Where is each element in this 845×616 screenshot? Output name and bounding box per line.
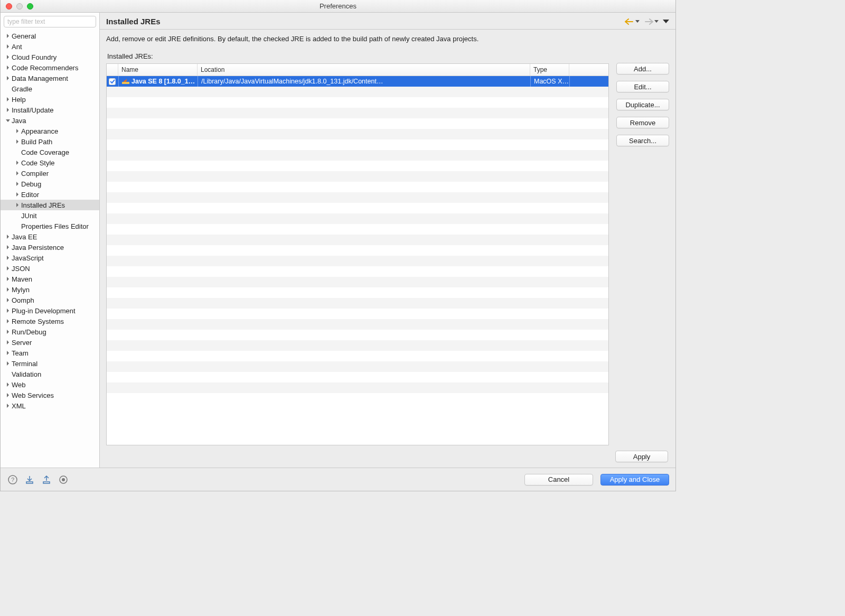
table-row[interactable] xyxy=(107,266,608,277)
sidebar-item-team[interactable]: Team xyxy=(1,348,99,358)
sidebar-item-build-path[interactable]: Build Path xyxy=(1,136,99,147)
table-row[interactable] xyxy=(107,118,608,129)
sidebar-item-data-management[interactable]: Data Management xyxy=(1,73,99,83)
preferences-tree[interactable]: GeneralAntCloud FoundryCode Recommenders… xyxy=(1,30,99,468)
sidebar-item-xml[interactable]: XML xyxy=(1,400,99,411)
sidebar-item-validation[interactable]: Validation xyxy=(1,369,99,379)
sidebar-item-help[interactable]: Help xyxy=(1,94,99,105)
sidebar-item-ant[interactable]: Ant xyxy=(1,41,99,52)
sidebar-item-terminal[interactable]: Terminal xyxy=(1,358,99,369)
forward-button[interactable] xyxy=(643,18,660,25)
apply-and-close-button[interactable]: Apply and Close xyxy=(600,474,669,486)
table-row[interactable] xyxy=(107,351,608,361)
disclosure-right-icon[interactable] xyxy=(14,128,21,134)
disclosure-right-icon[interactable] xyxy=(5,64,11,71)
disclosure-right-icon[interactable] xyxy=(5,244,11,250)
help-button[interactable]: ? xyxy=(7,474,18,486)
back-button[interactable] xyxy=(624,18,641,25)
remove-button[interactable]: Remove xyxy=(616,117,669,128)
sidebar-item-code-recommenders[interactable]: Code Recommenders xyxy=(1,62,99,73)
disclosure-right-icon[interactable] xyxy=(5,381,11,388)
table-row[interactable]: Java SE 8 [1.8.0_1…/Library/Java/JavaVir… xyxy=(107,76,608,87)
table-row[interactable] xyxy=(107,372,608,382)
table-row[interactable] xyxy=(107,203,608,213)
table-row[interactable] xyxy=(107,87,608,97)
disclosure-right-icon[interactable] xyxy=(5,54,11,60)
table-row[interactable] xyxy=(107,182,608,192)
col-name[interactable]: Name xyxy=(118,64,198,76)
table-row[interactable] xyxy=(107,361,608,372)
disclosure-right-icon[interactable] xyxy=(5,43,11,50)
disclosure-right-icon[interactable] xyxy=(5,107,11,113)
table-body[interactable]: Java SE 8 [1.8.0_1…/Library/Java/JavaVir… xyxy=(107,76,608,445)
sidebar-item-general[interactable]: General xyxy=(1,31,99,41)
disclosure-right-icon[interactable] xyxy=(5,403,11,409)
sidebar-item-compiler[interactable]: Compiler xyxy=(1,168,99,179)
import-button[interactable] xyxy=(24,474,35,486)
sidebar-item-java-persistence[interactable]: Java Persistence xyxy=(1,242,99,253)
disclosure-right-icon[interactable] xyxy=(5,297,11,303)
disclosure-right-icon[interactable] xyxy=(5,96,11,102)
sidebar-item-gradle[interactable]: Gradle xyxy=(1,83,99,94)
disclosure-right-icon[interactable] xyxy=(14,191,21,198)
table-row[interactable] xyxy=(107,235,608,245)
disclosure-right-icon[interactable] xyxy=(5,33,11,39)
disclosure-down-icon[interactable] xyxy=(5,117,11,124)
sidebar-item-installed-jres[interactable]: Installed JREs xyxy=(1,200,99,210)
sidebar-item-javascript[interactable]: JavaScript xyxy=(1,253,99,263)
disclosure-right-icon[interactable] xyxy=(14,202,21,208)
disclosure-right-icon[interactable] xyxy=(5,392,11,398)
col-location[interactable]: Location xyxy=(198,64,530,76)
table-row[interactable] xyxy=(107,139,608,150)
disclosure-right-icon[interactable] xyxy=(5,286,11,293)
sidebar-item-install-update[interactable]: Install/Update xyxy=(1,105,99,115)
table-row[interactable] xyxy=(107,129,608,139)
table-row[interactable] xyxy=(107,150,608,161)
table-row[interactable] xyxy=(107,382,608,393)
sidebar-item-remote-systems[interactable]: Remote Systems xyxy=(1,316,99,326)
sidebar-item-web[interactable]: Web xyxy=(1,379,99,390)
table-row[interactable] xyxy=(107,309,608,319)
table-row[interactable] xyxy=(107,192,608,203)
duplicate-button[interactable]: Duplicate... xyxy=(616,99,669,110)
table-row[interactable] xyxy=(107,319,608,330)
disclosure-right-icon[interactable] xyxy=(5,75,11,81)
disclosure-right-icon[interactable] xyxy=(5,265,11,272)
sidebar-item-debug[interactable]: Debug xyxy=(1,179,99,189)
disclosure-right-icon[interactable] xyxy=(5,360,11,367)
disclosure-right-icon[interactable] xyxy=(5,307,11,314)
disclosure-right-icon[interactable] xyxy=(14,181,21,187)
sidebar-item-oomph[interactable]: Oomph xyxy=(1,295,99,305)
disclosure-right-icon[interactable] xyxy=(5,339,11,346)
sidebar-item-code-style[interactable]: Code Style xyxy=(1,157,99,168)
table-row[interactable] xyxy=(107,108,608,118)
apply-button[interactable]: Apply xyxy=(615,451,668,462)
sidebar-item-plug-in-development[interactable]: Plug-in Development xyxy=(1,305,99,316)
col-type[interactable]: Type xyxy=(530,64,569,76)
table-row[interactable] xyxy=(107,224,608,235)
table-row[interactable] xyxy=(107,340,608,351)
table-row[interactable] xyxy=(107,245,608,256)
cancel-button[interactable]: Cancel xyxy=(524,474,593,486)
sidebar-item-junit[interactable]: JUnit xyxy=(1,210,99,221)
table-row[interactable] xyxy=(107,161,608,171)
table-row[interactable] xyxy=(107,298,608,309)
table-row[interactable] xyxy=(107,287,608,298)
sidebar-item-cloud-foundry[interactable]: Cloud Foundry xyxy=(1,52,99,62)
disclosure-right-icon[interactable] xyxy=(14,160,21,166)
col-checkbox[interactable] xyxy=(107,64,118,76)
installed-jres-table[interactable]: Name Location Type Java SE 8 [1.8.0_1…/L… xyxy=(106,63,609,445)
sidebar-item-code-coverage[interactable]: Code Coverage xyxy=(1,147,99,157)
table-row[interactable] xyxy=(107,97,608,108)
filter-input[interactable] xyxy=(4,16,96,27)
add-button[interactable]: Add... xyxy=(616,63,669,74)
disclosure-right-icon[interactable] xyxy=(14,138,21,145)
table-row[interactable] xyxy=(107,277,608,287)
table-row[interactable] xyxy=(107,256,608,266)
disclosure-right-icon[interactable] xyxy=(14,170,21,176)
table-row[interactable] xyxy=(107,213,608,224)
row-checkbox[interactable] xyxy=(107,76,118,87)
oomph-recorder-button[interactable] xyxy=(58,474,69,486)
disclosure-right-icon[interactable] xyxy=(5,276,11,282)
table-row[interactable] xyxy=(107,330,608,340)
